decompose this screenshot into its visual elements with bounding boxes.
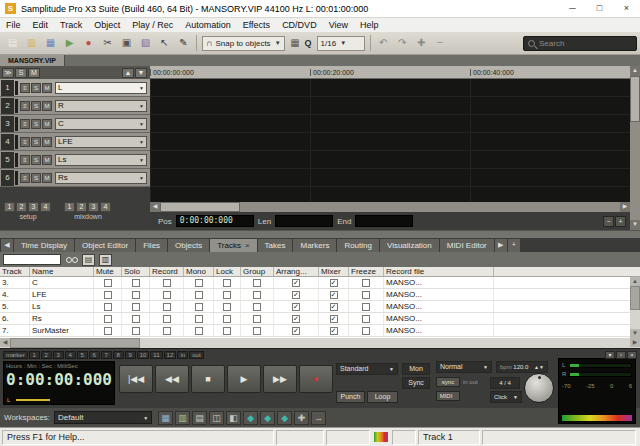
group-checkbox[interactable]	[253, 327, 261, 335]
grid-toggle-button[interactable]: ▦	[287, 35, 304, 52]
group-checkbox[interactable]	[253, 303, 261, 311]
tab-midi-editor[interactable]: MIDI Editor	[440, 239, 494, 252]
undo-icon[interactable]: ↶	[375, 35, 392, 52]
record-options-icon[interactable]: ●	[80, 35, 97, 52]
end-field[interactable]	[355, 215, 413, 227]
track-lane[interactable]	[150, 79, 630, 97]
column-header-mixer[interactable]: Mixer	[319, 267, 349, 276]
track-lane[interactable]	[150, 151, 630, 169]
track-number[interactable]: 3	[1, 116, 14, 132]
solo-checkbox[interactable]	[132, 327, 140, 335]
mute-checkbox[interactable]	[104, 327, 112, 335]
redo-icon[interactable]: ↷	[394, 35, 411, 52]
record-checkbox[interactable]	[163, 291, 171, 299]
scroll-left-icon[interactable]: ◀	[150, 202, 160, 212]
marker-number-button[interactable]: 6	[89, 351, 100, 359]
column-header-arrang[interactable]: Arrang...	[274, 267, 319, 276]
track-lane[interactable]	[150, 115, 630, 133]
pos-field[interactable]: 0:00:00:000	[176, 215, 254, 227]
draw-mode-icon[interactable]: ✎	[175, 35, 192, 52]
track-solo-button[interactable]: S	[31, 137, 41, 147]
mixer-checkbox[interactable]: ✓	[330, 327, 338, 335]
table-row[interactable]: 4.LFE✓✓MANSO...	[0, 289, 640, 301]
marker-number-button[interactable]: 7	[101, 351, 112, 359]
arrang-checkbox[interactable]: ✓	[292, 327, 300, 335]
track-fx-button[interactable]: ≡	[20, 83, 30, 93]
lock-checkbox[interactable]	[223, 279, 231, 287]
paste-icon[interactable]: ▧	[137, 35, 154, 52]
monitor-volume-knob[interactable]	[524, 373, 554, 403]
table-row[interactable]: 7.SurMaster✓✓MANSO...	[0, 325, 640, 337]
dock-splitter[interactable]	[0, 230, 640, 238]
close-button[interactable]: ×	[613, 0, 640, 17]
column-header-name[interactable]: Name	[30, 267, 94, 276]
track-scroll-up-icon[interactable]: ▲	[122, 68, 134, 78]
copy-icon[interactable]: ▣	[118, 35, 135, 52]
layout-load-icon[interactable]: ▥	[99, 254, 112, 266]
lock-checkbox[interactable]	[223, 303, 231, 311]
quantize-dropdown[interactable]: 1/16 ▼	[317, 36, 365, 51]
search-box[interactable]	[523, 36, 637, 51]
rewind-button[interactable]: ◀◀	[155, 365, 189, 393]
table-vertical-scrollbar[interactable]: ▲ ▼	[630, 277, 640, 338]
freeze-checkbox[interactable]	[362, 327, 370, 335]
track-solo-button[interactable]: S	[31, 119, 41, 129]
add-tab-button[interactable]: +	[508, 239, 520, 252]
solo-checkbox[interactable]	[132, 291, 140, 299]
zoom-in-button[interactable]: +	[615, 216, 626, 227]
scrollbar-track[interactable]	[630, 310, 640, 329]
scroll-up-icon[interactable]: ▲	[630, 66, 640, 76]
solo-checkbox[interactable]	[132, 315, 140, 323]
marker-number-button[interactable]: 1	[29, 351, 40, 359]
track-fx-button[interactable]: ≡	[20, 119, 30, 129]
record-checkbox[interactable]	[163, 303, 171, 311]
track-name-field[interactable]: Ls▼	[55, 154, 147, 166]
split-layout-icon[interactable]: ◧	[226, 411, 241, 425]
mixer-layout-icon[interactable]: ▥	[175, 411, 190, 425]
new-vip-icon[interactable]: ▤	[4, 35, 21, 52]
search-input[interactable]	[539, 39, 627, 48]
marker-number-button[interactable]: 8	[113, 351, 124, 359]
track-fx-button[interactable]: ≡	[20, 101, 30, 111]
marker-in-button[interactable]: in	[177, 351, 188, 359]
diamond-tool-icon-1[interactable]: ◆	[243, 411, 258, 425]
solo-checkbox[interactable]	[132, 303, 140, 311]
zoom-out-icon[interactable]: −	[432, 35, 449, 52]
len-field[interactable]	[275, 215, 333, 227]
track-header-row[interactable]: 2≡SMR▼	[0, 97, 150, 115]
track-mute-button[interactable]: M	[42, 173, 52, 183]
track-name-field[interactable]: C▼	[55, 118, 147, 130]
tabs-scroll-left-button[interactable]: ◀	[1, 239, 13, 252]
column-header-freeze[interactable]: Freeze	[349, 267, 384, 276]
play-button[interactable]: ▶	[227, 365, 261, 393]
column-header-lock[interactable]: Lock	[214, 267, 241, 276]
track-header-row[interactable]: 3≡SMC▼	[0, 115, 150, 133]
tab-tracks[interactable]: Tracks×	[210, 239, 256, 252]
marker-number-button[interactable]: 4	[65, 351, 76, 359]
scrollbar-thumb[interactable]	[10, 338, 140, 348]
mixdown-setup-button[interactable]: 2	[76, 202, 87, 212]
goto-start-button[interactable]: |◀◀	[119, 365, 153, 393]
sync-small-button[interactable]: sync	[436, 377, 460, 387]
freeze-checkbox[interactable]	[362, 315, 370, 323]
tab-markers[interactable]: Markers	[293, 239, 336, 252]
global-solo-button[interactable]: S	[15, 68, 27, 78]
screen-setup-button[interactable]: 1	[4, 202, 15, 212]
mono-checkbox[interactable]	[195, 315, 203, 323]
click-dropdown[interactable]: Click ▼	[490, 391, 522, 403]
arrang-checkbox[interactable]: ✓	[292, 291, 300, 299]
menu-file[interactable]: File	[0, 18, 27, 32]
track-number[interactable]: 4	[1, 134, 14, 150]
tab-takes[interactable]: Takes	[258, 239, 293, 252]
track-mute-button[interactable]: M	[42, 101, 52, 111]
column-header-record[interactable]: Record	[150, 267, 184, 276]
track-number[interactable]: 6	[1, 170, 14, 186]
tempo-mode-dropdown[interactable]: Normal ▼	[436, 361, 492, 373]
menu-play-rec[interactable]: Play / Rec	[126, 18, 179, 32]
mute-checkbox[interactable]	[104, 279, 112, 287]
mixer-checkbox[interactable]: ✓	[330, 315, 338, 323]
track-header-row[interactable]: 1≡SML▼	[0, 79, 150, 97]
mono-checkbox[interactable]	[195, 303, 203, 311]
sync-button[interactable]: Sync	[402, 377, 430, 389]
track-fx-button[interactable]: ≡	[20, 137, 30, 147]
